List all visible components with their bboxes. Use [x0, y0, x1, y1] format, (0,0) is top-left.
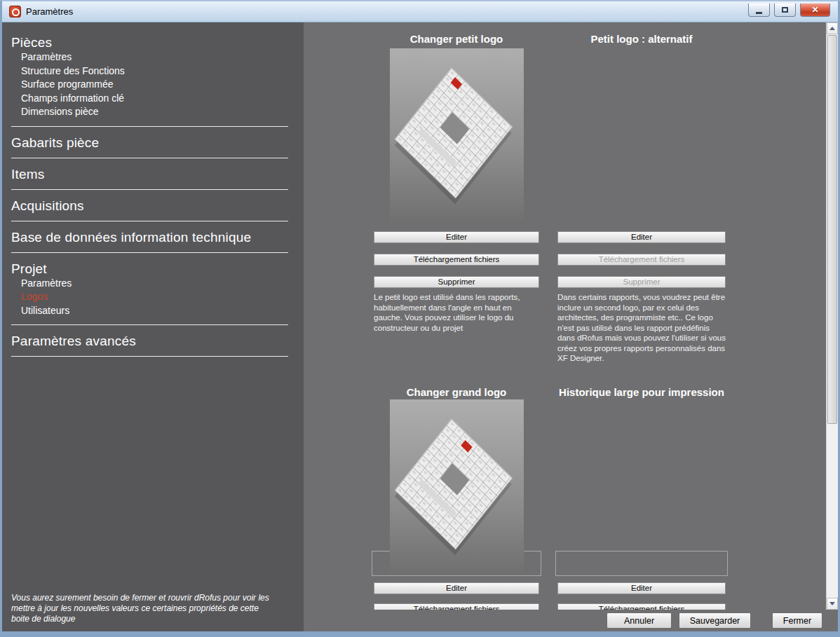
scrollable-content: Changer petit logo [304, 22, 826, 610]
maximize-icon [782, 7, 788, 13]
sidebar-section-pieces: Pièces Paramètres Structure des Fonction… [11, 32, 288, 127]
minimize-button[interactable] [748, 4, 770, 17]
dialog-footer: Annuler Sauvegarder Fermer [304, 610, 838, 631]
sidebar-header-base-donnees[interactable]: Base de données information technique [11, 230, 288, 245]
sidebar-section-parametres-avances: Paramètres avancés [11, 325, 288, 357]
titlebar[interactable]: Paramètres ✕ [2, 1, 838, 22]
grand-logo-preview [374, 399, 539, 575]
logos-content: Changer petit logo [304, 22, 826, 610]
sidebar-header-parametres-avances[interactable]: Paramètres avancés [11, 334, 288, 349]
historique-upload-button[interactable]: Téléchargement fichiers [557, 603, 726, 610]
scrollbar-up-button[interactable] [827, 22, 838, 34]
alt-logo-edit-button[interactable]: Editer [557, 231, 726, 243]
vertical-scrollbar[interactable] [826, 22, 838, 610]
panel-petit-logo-title: Changer petit logo [374, 32, 539, 46]
panel-petit-logo-alternatif-title: Petit logo : alternatif [557, 32, 726, 46]
panel-grand-logo-title: Changer grand logo [374, 385, 539, 399]
sidebar-item-logos[interactable]: Logos [11, 290, 288, 304]
sidebar-header-acquisitions[interactable]: Acquisitions [11, 198, 288, 214]
parametres-dialog: Paramètres ✕ Pièces Paramètres Structure… [0, 0, 840, 637]
minimize-icon [756, 12, 762, 14]
petit-logo-alternatif-preview-empty [557, 46, 726, 227]
petit-logo-edit-button[interactable]: Editer [374, 231, 539, 243]
sidebar-item-surface-programmee[interactable]: Surface programmée [11, 78, 288, 92]
sidebar-section-projet: Projet Paramètres Logos Utilisateurs [11, 253, 288, 326]
sidebar-section-gabarits-piece: Gabarits pièce [11, 127, 288, 158]
sidebar-item-pieces-parametres[interactable]: Paramètres [11, 50, 288, 64]
close-dialog-button[interactable]: Fermer [772, 612, 822, 629]
cancel-button[interactable]: Annuler [607, 612, 672, 629]
drofus-app-icon [9, 6, 21, 18]
alt-logo-delete-button: Supprimer [557, 276, 726, 288]
sidebar-item-champs-information-cle[interactable]: Champs information clé [11, 92, 288, 106]
sidebar-sections: Pièces Paramètres Structure des Fonction… [2, 22, 304, 357]
window-title: Paramètres [26, 6, 73, 17]
petit-logo-preview [374, 46, 539, 227]
building-3d-render-small-logo [390, 48, 524, 224]
arrow-up-icon [829, 24, 835, 30]
sidebar-section-items: Items [11, 158, 288, 190]
historique-large-preview-empty [557, 399, 726, 575]
grand-logo-upload-button[interactable]: Téléchargement fichiers [374, 603, 539, 610]
sidebar-header-gabarits-piece[interactable]: Gabarits pièce [11, 135, 288, 151]
panel-petit-logo: Changer petit logo [374, 32, 539, 333]
window-controls: ✕ [748, 4, 834, 17]
maximize-button[interactable] [774, 4, 796, 17]
close-icon: ✕ [811, 4, 818, 17]
panel-historique-large-title: Historique large pour impression [557, 385, 726, 399]
logos-settings-page: Changer petit logo [304, 22, 838, 631]
panel-historique-large: Historique large pour impression Editer … [557, 385, 726, 610]
panel-grand-logo: Changer grand logo [374, 385, 539, 610]
building-3d-render-large-logo [390, 399, 524, 575]
sidebar-item-projet-parametres[interactable]: Paramètres [11, 277, 288, 291]
petit-logo-delete-button[interactable]: Supprimer [374, 276, 539, 288]
sidebar-header-projet[interactable]: Projet [11, 261, 288, 277]
sidebar-section-acquisitions: Acquisitions [11, 190, 288, 221]
close-button[interactable]: ✕ [800, 4, 830, 17]
historique-edit-button[interactable]: Editer [557, 582, 726, 594]
sidebar-header-items[interactable]: Items [11, 167, 288, 182]
sidebar-section-base-donnees: Base de données information technique [11, 221, 288, 253]
save-button[interactable]: Sauvegarder [679, 612, 751, 629]
alt-logo-upload-button: Téléchargement fichiers [557, 254, 726, 266]
scrollbar-thumb[interactable] [827, 35, 837, 424]
sidebar-item-structure-des-fonctions[interactable]: Structure des Fonctions [11, 64, 288, 78]
petit-logo-upload-button[interactable]: Téléchargement fichiers [374, 254, 539, 266]
sidebar-item-utilisateurs[interactable]: Utilisateurs [11, 304, 288, 318]
arrow-down-icon [829, 602, 835, 608]
sidebar-header-pieces[interactable]: Pièces [11, 35, 288, 50]
petit-logo-description: Le petit logo est utilisé dans les rappo… [374, 292, 539, 333]
image-placeholder-outline [555, 551, 728, 576]
scrollbar-down-button[interactable] [827, 598, 838, 610]
alt-logo-description: Dans certains rapports, vous voudrez peu… [557, 292, 726, 364]
restart-hint-note: Vous aurez surement besoin de fermer et … [11, 593, 279, 624]
sidebar-item-dimensions-piece[interactable]: Dimensions pièce [11, 105, 288, 119]
settings-nav-sidebar: Pièces Paramètres Structure des Fonction… [2, 22, 304, 631]
panel-petit-logo-alternatif: Petit logo : alternatif Editer Télécharg… [557, 32, 726, 364]
grand-logo-edit-button[interactable]: Editer [374, 582, 539, 594]
